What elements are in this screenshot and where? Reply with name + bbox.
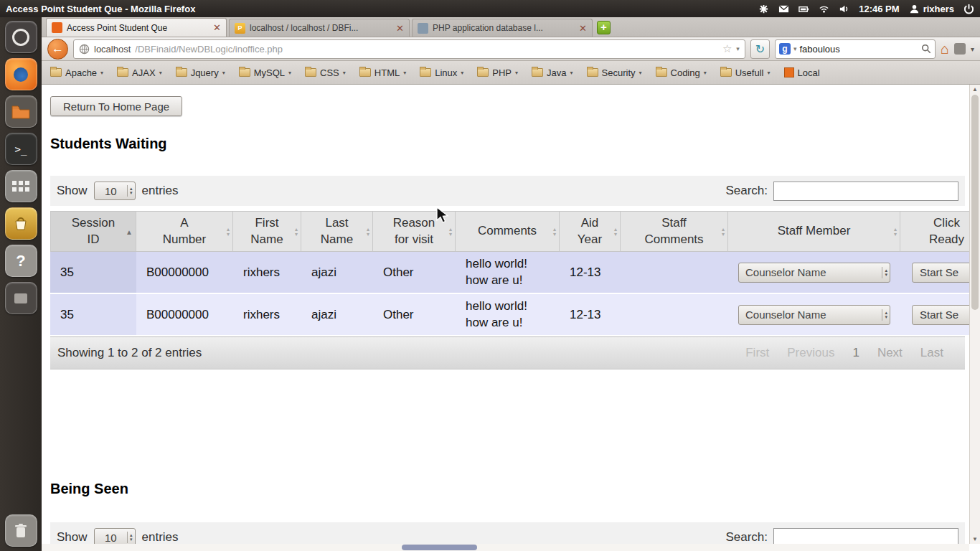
clock[interactable]: 12:46 PM: [859, 4, 899, 14]
sort-both-icon: ▴▾: [227, 227, 230, 237]
col-last-name[interactable]: Last Name▴▾: [301, 212, 373, 251]
engine-dropdown-icon[interactable]: ▾: [793, 45, 797, 52]
window-title: Access Point Student Que - Mozilla Firef…: [6, 4, 195, 14]
bookmark-linux[interactable]: Linux▾: [420, 67, 463, 78]
workspace-switcher-icon[interactable]: [5, 282, 37, 314]
col-reason[interactable]: Reason for visit▴▾: [373, 212, 456, 251]
page-first[interactable]: First: [745, 346, 769, 360]
col-comments[interactable]: Comments▴▾: [456, 212, 560, 251]
session-menu[interactable]: rixhers: [909, 4, 954, 14]
power-icon[interactable]: [963, 4, 974, 14]
page-previous[interactable]: Previous: [787, 346, 834, 360]
terminal-icon[interactable]: >_: [5, 133, 37, 165]
bookmark-jquery[interactable]: Jquery▾: [176, 67, 225, 78]
counselor-select[interactable]: Counselor Name ▴▾: [738, 263, 890, 283]
cell-aid-year: 12-13: [560, 294, 621, 335]
bookmark-usefull[interactable]: Usefull▾: [720, 67, 771, 78]
url-bar[interactable]: localhost/DBFinaid/NewDBLogic/inoffice.p…: [73, 39, 745, 59]
chevron-down-icon: ▾: [100, 70, 103, 76]
scroll-down-icon[interactable]: ▼: [970, 536, 980, 542]
pagination: First Previous 1 Next Last: [745, 346, 958, 360]
bookmark-label: MySQL: [254, 67, 285, 78]
bookmark-mysql[interactable]: MySQL▾: [239, 67, 291, 78]
table-search-input[interactable]: [773, 182, 958, 201]
entries-label: entries: [142, 184, 179, 198]
horizontal-scrollbar[interactable]: [42, 544, 969, 551]
col-a-number[interactable]: A Number▴▾: [136, 212, 233, 251]
page-number[interactable]: 1: [852, 346, 859, 360]
bookmark-security[interactable]: Security▾: [587, 67, 642, 78]
back-button[interactable]: ←: [47, 39, 68, 60]
tab-bar: Access Point Student Que ✕ P localhost /…: [42, 17, 980, 37]
horizontal-scroll-thumb[interactable]: [402, 545, 477, 550]
bookmark-coding[interactable]: Coding▾: [656, 67, 707, 78]
reload-button[interactable]: ↻: [750, 39, 770, 59]
tab-phpmyadmin[interactable]: P localhost / localhost / DBFi... ✕: [229, 19, 410, 37]
calculator-icon[interactable]: [5, 170, 37, 202]
url-host: localhost: [94, 44, 131, 55]
firefox-icon[interactable]: [5, 58, 37, 90]
col-click-ready[interactable]: Click Ready: [900, 212, 980, 251]
bookmark-label: Java: [547, 67, 566, 78]
students-waiting-table: Show 10 ▴▾ entries Search: Session ID▲ A…: [50, 176, 980, 369]
bookmark-php[interactable]: PHP▾: [477, 67, 518, 78]
col-aid-year[interactable]: Aid Year▴▾: [560, 212, 621, 251]
cell-action: Start Se: [900, 252, 980, 293]
battery-icon[interactable]: [798, 4, 809, 14]
sort-both-icon: ▴▾: [367, 227, 369, 237]
files-icon[interactable]: [5, 95, 37, 128]
cell-session-id: 35: [50, 294, 136, 335]
entries-label: entries: [142, 530, 179, 545]
page-size-select[interactable]: 10 ▴▾: [94, 182, 136, 200]
page-last[interactable]: Last: [920, 346, 943, 360]
mail-icon[interactable]: [778, 4, 789, 14]
bookmark-apache[interactable]: Apache▾: [50, 67, 103, 78]
bookmark-star-icon[interactable]: ☆: [722, 42, 732, 55]
site-identity-globe-icon[interactable]: [79, 44, 90, 55]
cell-staff-member: Counselor Name ▴▾: [728, 252, 900, 293]
bookmark-java[interactable]: Java▾: [532, 67, 573, 78]
ubuntu-dash-icon[interactable]: [5, 21, 37, 53]
google-engine-icon[interactable]: g: [779, 43, 791, 55]
page-next[interactable]: Next: [877, 346, 903, 360]
input-method-icon[interactable]: [758, 4, 769, 14]
volume-icon[interactable]: [839, 4, 849, 14]
tab-php-docs[interactable]: PHP application database l... ✕: [412, 19, 593, 37]
search-magnifier-icon[interactable]: [921, 44, 931, 54]
addon-icon[interactable]: [954, 43, 966, 55]
counselor-select-value: Counselor Name: [739, 309, 882, 321]
cell-comments: hello world!how are u!: [456, 252, 560, 293]
toolbar-overflow-icon[interactable]: ▾: [971, 45, 974, 53]
help-icon[interactable]: ?: [5, 245, 37, 277]
trash-icon[interactable]: [5, 514, 37, 547]
bookmark-ajax[interactable]: AJAX▾: [117, 67, 162, 78]
tab-access-point[interactable]: Access Point Student Que ✕: [46, 18, 227, 37]
cell-staff-comments: [621, 294, 728, 335]
chevron-down-icon: ▾: [288, 70, 291, 76]
col-session-id[interactable]: Session ID▲: [50, 212, 136, 251]
network-icon[interactable]: [819, 4, 829, 14]
bookmarks-toolbar: Apache▾ AJAX▾ Jquery▾ MySQL▾ CSS▾ HTML▾ …: [42, 61, 980, 85]
cell-reason: Other: [373, 252, 456, 293]
software-center-icon[interactable]: [5, 207, 37, 240]
bookmark-html[interactable]: HTML▾: [359, 67, 406, 78]
return-home-button[interactable]: Return To Home Page: [50, 96, 182, 116]
web-search-input[interactable]: [799, 44, 918, 55]
vertical-scroll-thumb[interactable]: [971, 95, 979, 310]
search-bar[interactable]: g ▾: [775, 39, 936, 59]
home-button[interactable]: ⌂: [941, 41, 949, 57]
bookmark-local[interactable]: Local: [784, 67, 820, 78]
col-first-name[interactable]: First Name▴▾: [233, 212, 301, 251]
bookmark-css[interactable]: CSS▾: [305, 67, 346, 78]
tab3-close-icon[interactable]: ✕: [579, 23, 587, 34]
new-tab-button[interactable]: +: [597, 21, 611, 34]
tab2-close-icon[interactable]: ✕: [396, 23, 404, 34]
vertical-scrollbar[interactable]: ▲ ▼: [969, 85, 980, 544]
urlbar-dropdown-icon[interactable]: ▾: [736, 45, 740, 52]
scroll-up-icon[interactable]: ▲: [970, 86, 980, 93]
tab2-title: localhost / localhost / DBFi...: [250, 23, 392, 33]
counselor-select[interactable]: Counselor Name ▴▾: [738, 305, 890, 325]
col-staff-comments[interactable]: Staff Comments▴▾: [621, 212, 728, 251]
tab1-close-icon[interactable]: ✕: [213, 22, 221, 33]
col-staff-member[interactable]: Staff Member▴▾: [728, 212, 900, 251]
